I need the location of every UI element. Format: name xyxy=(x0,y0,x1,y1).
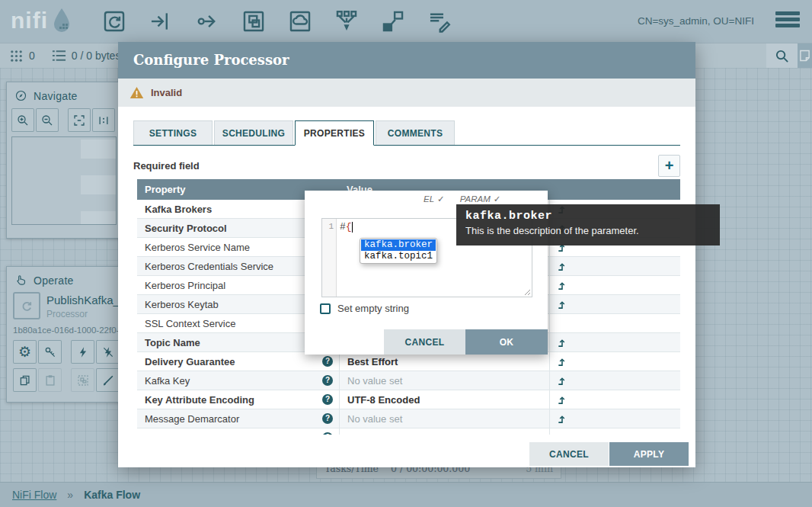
tooltip-parameter-name: kafka.broker xyxy=(465,210,711,223)
property-value-cell[interactable]: UTF-8 Encoded xyxy=(339,390,549,409)
output-port-icon[interactable] xyxy=(194,8,220,34)
goto-parameter-icon[interactable] xyxy=(557,300,567,310)
goto-parameter-icon[interactable] xyxy=(557,281,567,290)
operate-header[interactable]: Operate xyxy=(7,267,121,291)
stop-button[interactable] xyxy=(96,340,120,364)
property-name: Kafka Key xyxy=(145,375,190,387)
help-icon[interactable]: ? xyxy=(322,394,333,405)
dialog-tab[interactable]: COMMENTS xyxy=(376,120,455,145)
property-actions-cell xyxy=(549,333,680,351)
autocomplete-item[interactable]: kafka.topic1 xyxy=(361,251,436,262)
property-actions-cell xyxy=(549,257,680,275)
property-actions-cell xyxy=(549,371,680,390)
property-value-cell[interactable]: Best Effort xyxy=(339,352,549,371)
dialog-tab[interactable]: SCHEDULING xyxy=(214,120,293,145)
property-name: Topic Name xyxy=(145,337,200,348)
navigate-palette: Navigate xyxy=(6,82,122,239)
dialog-tab[interactable]: PROPERTIES xyxy=(295,120,374,146)
property-value-cell[interactable]: 1 MB xyxy=(339,428,549,435)
dialog-tab[interactable]: SETTINGS xyxy=(133,120,213,145)
text-cursor xyxy=(352,222,353,233)
goto-parameter-icon[interactable] xyxy=(557,433,567,435)
component-toolbar xyxy=(101,8,452,34)
property-row: Max Request Size ? 1 MB xyxy=(137,428,680,435)
access-policies-button[interactable] xyxy=(38,340,62,364)
template-icon[interactable] xyxy=(380,8,406,34)
nifi-logo: nifi xyxy=(11,6,72,35)
group-icon xyxy=(76,374,90,387)
dialog-apply-button[interactable]: APPLY xyxy=(609,442,689,466)
breadcrumb-root-link[interactable]: NiFi Flow xyxy=(12,489,56,501)
goto-parameter-icon[interactable] xyxy=(557,376,567,386)
paste-icon xyxy=(43,374,57,387)
property-name: Key Attribute Encoding xyxy=(145,394,254,406)
operate-palette: Operate PublishKafka_0_ Processor 1b80a1… xyxy=(6,266,122,403)
input-port-icon[interactable] xyxy=(148,8,174,34)
property-row: Delivery Guarantee ? Best Effort xyxy=(137,352,680,371)
goto-parameter-icon[interactable] xyxy=(557,395,567,405)
selected-component-name: PublishKafka_0_ xyxy=(46,294,121,306)
zoom-actual-button[interactable] xyxy=(92,108,115,132)
processor-icon[interactable] xyxy=(101,8,127,34)
selected-component-type: Processor xyxy=(46,309,88,319)
property-value-cell[interactable]: No value set xyxy=(339,409,549,428)
help-icon[interactable]: ? xyxy=(322,375,333,386)
birdseye-minimap[interactable] xyxy=(11,136,117,225)
help-icon[interactable]: ? xyxy=(322,356,333,367)
goto-parameter-icon[interactable] xyxy=(557,414,567,424)
dialog-tabs: SETTINGS SCHEDULING PROPERTIES COMMENTS xyxy=(133,120,680,146)
required-field-label: Required field xyxy=(133,160,200,172)
zoom-fit-button[interactable] xyxy=(68,108,91,132)
funnel-icon[interactable] xyxy=(334,8,360,34)
property-actions-cell xyxy=(549,295,680,313)
bulletin-button[interactable] xyxy=(798,43,812,68)
zoom-out-button[interactable] xyxy=(36,108,59,132)
remote-process-group-icon[interactable] xyxy=(287,8,313,34)
param-badge: PARAM✓ xyxy=(460,194,501,204)
validation-status-bar: Invalid xyxy=(118,79,695,107)
code-hash: # xyxy=(340,221,346,233)
navigate-header[interactable]: Navigate xyxy=(7,82,121,107)
nifi-drop-icon xyxy=(51,7,72,34)
global-menu-icon[interactable] xyxy=(775,11,800,30)
breadcrumb-current: Kafka Flow xyxy=(84,489,140,501)
goto-parameter-icon[interactable] xyxy=(557,262,567,271)
help-icon[interactable]: ? xyxy=(322,413,333,424)
goto-parameter-icon[interactable] xyxy=(557,338,567,348)
zoom-in-button[interactable] xyxy=(11,108,34,132)
autocomplete-item[interactable]: kafka.broker xyxy=(361,239,436,251)
copy-button[interactable] xyxy=(13,368,37,392)
search-button[interactable] xyxy=(766,43,798,68)
top-toolbar: nifi CN=sys_admin, OU=NIFI xyxy=(0,0,812,43)
editor-cancel-button[interactable]: CANCEL xyxy=(384,329,465,355)
set-empty-string-checkbox[interactable] xyxy=(320,303,331,314)
help-icon[interactable]: ? xyxy=(322,432,333,435)
property-name: Security Protocol xyxy=(145,223,227,234)
property-name-cell: Message Demarcator ? xyxy=(137,409,339,428)
actual-size-icon xyxy=(97,114,110,127)
fill-color-button[interactable] xyxy=(96,368,120,392)
configure-button[interactable]: ⚙ xyxy=(13,340,37,364)
add-property-button[interactable]: + xyxy=(658,155,680,177)
editor-ok-button[interactable]: OK xyxy=(465,329,548,355)
group-button[interactable] xyxy=(71,368,94,392)
paste-button[interactable] xyxy=(38,368,62,392)
navigate-title: Navigate xyxy=(34,90,78,102)
property-value-cell[interactable]: No value set xyxy=(339,371,549,390)
resize-grip-icon[interactable] xyxy=(523,288,531,296)
process-group-icon[interactable] xyxy=(241,8,267,34)
property-actions-cell xyxy=(549,276,680,294)
dialog-cancel-button[interactable]: CANCEL xyxy=(529,442,609,466)
start-button[interactable] xyxy=(71,340,94,364)
compass-icon xyxy=(14,89,27,102)
label-icon[interactable] xyxy=(427,8,452,34)
start-lightning-icon xyxy=(76,345,90,359)
property-value: Best Effort xyxy=(347,356,398,367)
property-name: Kerberos Service Name xyxy=(145,242,250,253)
property-name: SSL Context Service xyxy=(145,318,235,329)
language-support-badges: EL✓ PARAM✓ xyxy=(424,194,500,204)
copy-icon xyxy=(18,374,32,387)
goto-parameter-icon[interactable] xyxy=(557,357,567,367)
queued-count: 0 / 0 bytes xyxy=(52,50,121,62)
selected-component-id[interactable]: 1b80a1ce-016d-1000-22f0- xyxy=(13,326,121,335)
